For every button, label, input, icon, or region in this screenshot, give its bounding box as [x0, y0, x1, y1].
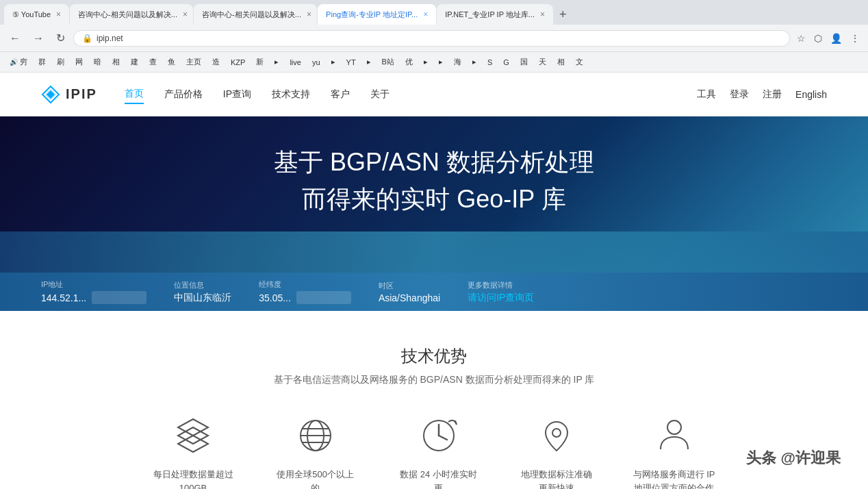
tech-icons: 每日处理数据量超过100GB 使用全球500个以上的自有网络监控点进行辅助疏量 — [41, 414, 827, 489]
tab-youtube[interactable]: ⑤ YouTube × — [4, 4, 69, 25]
header-right: 工具 登录 注册 English — [697, 88, 827, 101]
tech-desc-layers: 每日处理数据量超过100GB — [153, 468, 233, 489]
tab-2[interactable]: 咨询中心-相关问题以及解决... × — [70, 4, 193, 25]
svg-marker-2 — [47, 90, 55, 99]
bookmark-item[interactable]: 网 — [71, 55, 87, 68]
bookmark-item[interactable]: 鱼 — [164, 55, 179, 68]
back-button[interactable]: ← — [5, 29, 25, 47]
location-field: 位置信息 中国山东临沂 — [174, 280, 231, 304]
logo-text: IPIP — [66, 86, 97, 102]
bookmark-item[interactable]: ▸ — [420, 56, 432, 68]
bookmark-item[interactable]: YT — [342, 57, 360, 68]
more-info-field: 更多数据详情 请访问IP查询页 — [468, 280, 534, 304]
nav-ip-query[interactable]: IP查询 — [223, 86, 251, 103]
ip-query-link[interactable]: 请访问IP查询页 — [468, 292, 534, 304]
bookmark-item[interactable]: 相 — [108, 55, 124, 68]
bookmark-item[interactable]: 刷 — [53, 55, 68, 68]
bookmark-item[interactable]: KZP — [227, 57, 249, 68]
bookmark-item[interactable]: yu — [308, 57, 324, 68]
refresh-button[interactable]: ↻ — [52, 29, 69, 47]
pin-icon — [536, 415, 577, 456]
extensions-icon[interactable]: ⬡ — [811, 30, 825, 47]
tab-close-icon[interactable]: × — [540, 10, 545, 19]
tech-item-globe: 使用全球500个以上的自有网络监控点进行辅助疏量 — [275, 414, 357, 489]
bookmark-item[interactable]: ▸ — [363, 56, 375, 68]
coordinates-field: 经纬度 35.05... — [259, 279, 351, 304]
tab-close-icon[interactable]: × — [183, 10, 188, 19]
nav-home[interactable]: 首页 — [125, 85, 144, 104]
bookmark-item[interactable]: 🔊穷 — [5, 55, 31, 68]
tech-icon-pin — [535, 414, 578, 457]
logo-icon — [41, 85, 60, 104]
bookmark-item[interactable]: 主页 — [182, 55, 205, 68]
tab-close-icon[interactable]: × — [56, 10, 61, 19]
nav-bar: ← → ↻ 🔒 ipip.net ☆ ⬡ 👤 ⋮ — [0, 25, 868, 52]
bookmark-item[interactable]: ▸ — [327, 56, 340, 68]
coordinates-input[interactable] — [296, 291, 351, 304]
tab-ping[interactable]: Ping查询-专业IP 地址定IP... × — [318, 4, 436, 25]
account-icon[interactable]: 👤 — [828, 30, 845, 47]
browser-chrome: ⑤ YouTube × 咨询中心-相关问题以及解决... × 咨询中心-相关问题… — [0, 0, 868, 73]
nav-support[interactable]: 技术支持 — [272, 86, 310, 103]
menu-icon[interactable]: ⋮ — [847, 30, 863, 47]
clock-icon — [418, 415, 459, 456]
bookmark-item[interactable]: 群 — [34, 55, 50, 68]
location-value: 中国山东临沂 — [174, 292, 231, 304]
bookmark-item[interactable]: 文 — [572, 55, 587, 68]
globe-icon — [295, 415, 336, 456]
english-link[interactable]: English — [795, 89, 827, 100]
tech-item-clock: 数据 24 小时准实时更新 — [398, 414, 480, 489]
tech-subtitle: 基于各电信运营商以及网络服务的 BGP/ASN 数据而分析处理而得来的 IP 库 — [41, 374, 827, 386]
website: IPIP 首页 产品价格 IP查询 技术支持 客户 关于 工具 登录 注册 En… — [0, 73, 868, 489]
tech-desc-globe: 使用全球500个以上的自有网络监控点进行辅助疏量 — [275, 468, 357, 489]
bookmark-item[interactable]: 新 — [252, 55, 268, 68]
nav-pricing[interactable]: 产品价格 — [164, 86, 203, 103]
nav-icons: ☆ ⬡ 👤 ⋮ — [794, 30, 863, 47]
bookmark-item[interactable]: 海 — [450, 55, 465, 68]
svg-point-15 — [552, 429, 561, 437]
bookmark-item[interactable]: live — [285, 57, 305, 68]
bookmark-item[interactable]: 天 — [535, 55, 550, 68]
forward-button[interactable]: → — [29, 29, 48, 47]
ip-address-field: IP地址 144.52.1... — [41, 279, 146, 304]
tab-close-icon[interactable]: × — [307, 10, 311, 19]
bookmark-item[interactable]: 暗 — [90, 55, 105, 68]
ip-info-bar: IP地址 144.52.1... 位置信息 中国山东临沂 经纬度 35.05..… — [0, 273, 868, 311]
tools-link[interactable]: 工具 — [697, 88, 716, 101]
bookmarks-bar: 🔊穷 群 刷 网 暗 相 建 查 鱼 主页 造 KZP 新 ▸ live yu … — [0, 52, 868, 73]
ip-input[interactable] — [92, 291, 146, 304]
bookmark-item[interactable]: 建 — [127, 55, 142, 68]
hero-title: 基于 BGP/ASN 数据分析处理 — [274, 144, 594, 181]
tab-ipnet[interactable]: IP.NET_专业IP IP 地址库... × — [437, 4, 553, 25]
bookmark-item[interactable]: 相 — [553, 55, 569, 68]
ip-value: 144.52.1... — [41, 291, 146, 304]
logo[interactable]: IPIP — [41, 85, 97, 104]
tech-section: 技术优势 基于各电信运营商以及网络服务的 BGP/ASN 数据而分析处理而得来的… — [0, 311, 868, 489]
hero-subtitle: 而得来的实时 Geo-IP 库 — [302, 181, 565, 218]
bookmark-item[interactable]: B站 — [378, 55, 398, 68]
bookmark-item[interactable]: ▸ — [468, 56, 481, 68]
coordinates-value: 35.05... — [259, 291, 351, 304]
address-bar[interactable]: 🔒 ipip.net — [73, 30, 790, 47]
tech-item-person: 与网络服务商进行 IP地理位置方面的合作 — [633, 414, 715, 489]
nav-clients[interactable]: 客户 — [331, 86, 350, 103]
bookmark-item[interactable]: ▸ — [435, 56, 447, 68]
register-link[interactable]: 注册 — [763, 88, 782, 101]
location-label: 位置信息 — [174, 280, 231, 290]
tab-close-icon[interactable]: × — [423, 10, 428, 19]
bookmark-item[interactable]: ▸ — [270, 56, 283, 68]
svg-line-14 — [455, 421, 457, 425]
bookmark-item[interactable]: 查 — [145, 55, 161, 68]
timezone-field: 时区 Asia/Shanghai — [379, 281, 440, 303]
bookmark-item[interactable]: 造 — [208, 55, 224, 68]
bookmark-item[interactable]: 优 — [401, 55, 417, 68]
new-tab-button[interactable]: + — [554, 8, 572, 22]
bookmark-item[interactable]: 国 — [516, 55, 532, 68]
tab-3[interactable]: 咨询中心-相关问题以及解决... × — [194, 4, 317, 25]
bookmark-item[interactable]: S — [483, 57, 496, 68]
nav-about[interactable]: 关于 — [370, 86, 390, 103]
tech-desc-pin: 地理数据标注准确更新快速 — [521, 468, 592, 489]
star-icon[interactable]: ☆ — [794, 30, 808, 47]
bookmark-item[interactable]: G — [499, 57, 513, 68]
login-link[interactable]: 登录 — [730, 88, 749, 101]
